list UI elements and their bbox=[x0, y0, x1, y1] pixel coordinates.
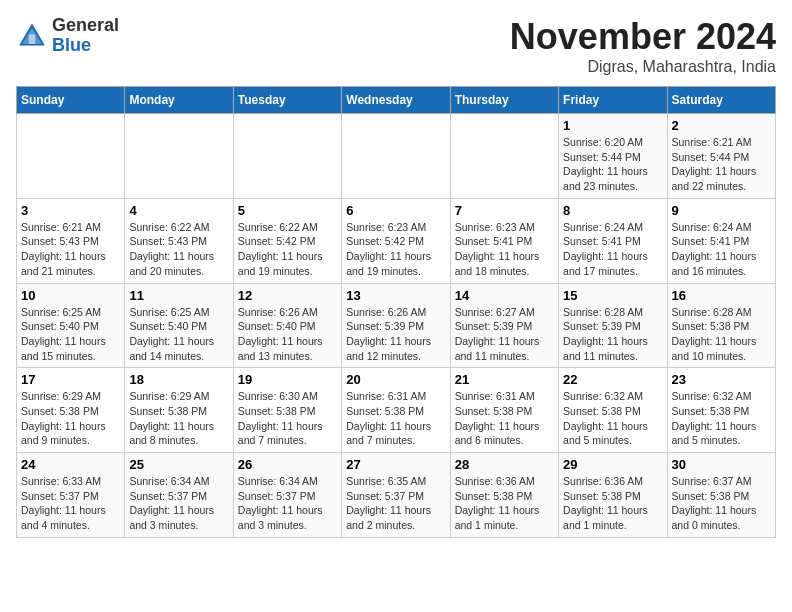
day-number: 15 bbox=[563, 288, 662, 303]
day-info: Sunrise: 6:34 AM Sunset: 5:37 PM Dayligh… bbox=[238, 474, 337, 533]
calendar-cell: 24Sunrise: 6:33 AM Sunset: 5:37 PM Dayli… bbox=[17, 453, 125, 538]
day-info: Sunrise: 6:23 AM Sunset: 5:42 PM Dayligh… bbox=[346, 220, 445, 279]
calendar-cell: 2Sunrise: 6:21 AM Sunset: 5:44 PM Daylig… bbox=[667, 114, 775, 199]
calendar-cell: 8Sunrise: 6:24 AM Sunset: 5:41 PM Daylig… bbox=[559, 198, 667, 283]
weekday-header: Thursday bbox=[450, 87, 558, 114]
day-number: 30 bbox=[672, 457, 771, 472]
day-info: Sunrise: 6:25 AM Sunset: 5:40 PM Dayligh… bbox=[21, 305, 120, 364]
weekday-header: Tuesday bbox=[233, 87, 341, 114]
calendar-cell: 28Sunrise: 6:36 AM Sunset: 5:38 PM Dayli… bbox=[450, 453, 558, 538]
day-number: 19 bbox=[238, 372, 337, 387]
day-number: 4 bbox=[129, 203, 228, 218]
calendar-cell: 6Sunrise: 6:23 AM Sunset: 5:42 PM Daylig… bbox=[342, 198, 450, 283]
day-number: 14 bbox=[455, 288, 554, 303]
calendar-cell: 18Sunrise: 6:29 AM Sunset: 5:38 PM Dayli… bbox=[125, 368, 233, 453]
day-number: 3 bbox=[21, 203, 120, 218]
svg-rect-2 bbox=[29, 34, 35, 44]
day-info: Sunrise: 6:20 AM Sunset: 5:44 PM Dayligh… bbox=[563, 135, 662, 194]
day-number: 23 bbox=[672, 372, 771, 387]
day-info: Sunrise: 6:29 AM Sunset: 5:38 PM Dayligh… bbox=[21, 389, 120, 448]
logo: General Blue bbox=[16, 16, 119, 56]
calendar-cell: 20Sunrise: 6:31 AM Sunset: 5:38 PM Dayli… bbox=[342, 368, 450, 453]
calendar-cell bbox=[450, 114, 558, 199]
day-info: Sunrise: 6:35 AM Sunset: 5:37 PM Dayligh… bbox=[346, 474, 445, 533]
day-info: Sunrise: 6:31 AM Sunset: 5:38 PM Dayligh… bbox=[346, 389, 445, 448]
title-block: November 2024 Digras, Maharashtra, India bbox=[510, 16, 776, 76]
day-info: Sunrise: 6:33 AM Sunset: 5:37 PM Dayligh… bbox=[21, 474, 120, 533]
calendar-cell: 22Sunrise: 6:32 AM Sunset: 5:38 PM Dayli… bbox=[559, 368, 667, 453]
day-number: 20 bbox=[346, 372, 445, 387]
calendar-cell: 7Sunrise: 6:23 AM Sunset: 5:41 PM Daylig… bbox=[450, 198, 558, 283]
logo-icon bbox=[16, 20, 48, 52]
calendar-cell: 17Sunrise: 6:29 AM Sunset: 5:38 PM Dayli… bbox=[17, 368, 125, 453]
day-number: 16 bbox=[672, 288, 771, 303]
day-info: Sunrise: 6:21 AM Sunset: 5:44 PM Dayligh… bbox=[672, 135, 771, 194]
day-number: 24 bbox=[21, 457, 120, 472]
day-number: 5 bbox=[238, 203, 337, 218]
day-info: Sunrise: 6:26 AM Sunset: 5:39 PM Dayligh… bbox=[346, 305, 445, 364]
logo-blue-text: Blue bbox=[52, 35, 91, 55]
day-number: 7 bbox=[455, 203, 554, 218]
weekday-header: Wednesday bbox=[342, 87, 450, 114]
day-info: Sunrise: 6:28 AM Sunset: 5:38 PM Dayligh… bbox=[672, 305, 771, 364]
day-info: Sunrise: 6:32 AM Sunset: 5:38 PM Dayligh… bbox=[672, 389, 771, 448]
calendar-cell: 21Sunrise: 6:31 AM Sunset: 5:38 PM Dayli… bbox=[450, 368, 558, 453]
calendar-cell: 27Sunrise: 6:35 AM Sunset: 5:37 PM Dayli… bbox=[342, 453, 450, 538]
page-header: General Blue November 2024 Digras, Mahar… bbox=[16, 16, 776, 76]
day-number: 1 bbox=[563, 118, 662, 133]
calendar-cell: 10Sunrise: 6:25 AM Sunset: 5:40 PM Dayli… bbox=[17, 283, 125, 368]
day-info: Sunrise: 6:24 AM Sunset: 5:41 PM Dayligh… bbox=[563, 220, 662, 279]
calendar-cell: 26Sunrise: 6:34 AM Sunset: 5:37 PM Dayli… bbox=[233, 453, 341, 538]
calendar-cell: 30Sunrise: 6:37 AM Sunset: 5:38 PM Dayli… bbox=[667, 453, 775, 538]
day-number: 17 bbox=[21, 372, 120, 387]
calendar-cell bbox=[125, 114, 233, 199]
day-info: Sunrise: 6:29 AM Sunset: 5:38 PM Dayligh… bbox=[129, 389, 228, 448]
day-info: Sunrise: 6:26 AM Sunset: 5:40 PM Dayligh… bbox=[238, 305, 337, 364]
calendar-cell: 16Sunrise: 6:28 AM Sunset: 5:38 PM Dayli… bbox=[667, 283, 775, 368]
day-number: 2 bbox=[672, 118, 771, 133]
month-title: November 2024 bbox=[510, 16, 776, 58]
day-number: 12 bbox=[238, 288, 337, 303]
day-info: Sunrise: 6:34 AM Sunset: 5:37 PM Dayligh… bbox=[129, 474, 228, 533]
calendar-cell bbox=[233, 114, 341, 199]
day-number: 25 bbox=[129, 457, 228, 472]
calendar-cell: 12Sunrise: 6:26 AM Sunset: 5:40 PM Dayli… bbox=[233, 283, 341, 368]
day-info: Sunrise: 6:23 AM Sunset: 5:41 PM Dayligh… bbox=[455, 220, 554, 279]
calendar-cell: 11Sunrise: 6:25 AM Sunset: 5:40 PM Dayli… bbox=[125, 283, 233, 368]
day-number: 21 bbox=[455, 372, 554, 387]
calendar-cell: 25Sunrise: 6:34 AM Sunset: 5:37 PM Dayli… bbox=[125, 453, 233, 538]
calendar-cell: 14Sunrise: 6:27 AM Sunset: 5:39 PM Dayli… bbox=[450, 283, 558, 368]
day-info: Sunrise: 6:36 AM Sunset: 5:38 PM Dayligh… bbox=[563, 474, 662, 533]
day-info: Sunrise: 6:32 AM Sunset: 5:38 PM Dayligh… bbox=[563, 389, 662, 448]
day-number: 13 bbox=[346, 288, 445, 303]
day-info: Sunrise: 6:24 AM Sunset: 5:41 PM Dayligh… bbox=[672, 220, 771, 279]
day-number: 22 bbox=[563, 372, 662, 387]
calendar-cell: 13Sunrise: 6:26 AM Sunset: 5:39 PM Dayli… bbox=[342, 283, 450, 368]
day-info: Sunrise: 6:30 AM Sunset: 5:38 PM Dayligh… bbox=[238, 389, 337, 448]
day-number: 26 bbox=[238, 457, 337, 472]
location-subtitle: Digras, Maharashtra, India bbox=[510, 58, 776, 76]
calendar-table: SundayMondayTuesdayWednesdayThursdayFrid… bbox=[16, 86, 776, 538]
day-number: 27 bbox=[346, 457, 445, 472]
day-info: Sunrise: 6:21 AM Sunset: 5:43 PM Dayligh… bbox=[21, 220, 120, 279]
day-info: Sunrise: 6:22 AM Sunset: 5:43 PM Dayligh… bbox=[129, 220, 228, 279]
day-number: 10 bbox=[21, 288, 120, 303]
calendar-cell: 5Sunrise: 6:22 AM Sunset: 5:42 PM Daylig… bbox=[233, 198, 341, 283]
day-number: 11 bbox=[129, 288, 228, 303]
day-info: Sunrise: 6:27 AM Sunset: 5:39 PM Dayligh… bbox=[455, 305, 554, 364]
weekday-header: Saturday bbox=[667, 87, 775, 114]
weekday-header: Sunday bbox=[17, 87, 125, 114]
day-number: 29 bbox=[563, 457, 662, 472]
weekday-header: Monday bbox=[125, 87, 233, 114]
calendar-cell bbox=[342, 114, 450, 199]
calendar-cell: 15Sunrise: 6:28 AM Sunset: 5:39 PM Dayli… bbox=[559, 283, 667, 368]
calendar-cell bbox=[17, 114, 125, 199]
day-number: 8 bbox=[563, 203, 662, 218]
day-info: Sunrise: 6:22 AM Sunset: 5:42 PM Dayligh… bbox=[238, 220, 337, 279]
day-info: Sunrise: 6:28 AM Sunset: 5:39 PM Dayligh… bbox=[563, 305, 662, 364]
day-number: 9 bbox=[672, 203, 771, 218]
calendar-cell: 29Sunrise: 6:36 AM Sunset: 5:38 PM Dayli… bbox=[559, 453, 667, 538]
calendar-cell: 9Sunrise: 6:24 AM Sunset: 5:41 PM Daylig… bbox=[667, 198, 775, 283]
day-number: 18 bbox=[129, 372, 228, 387]
calendar-cell: 23Sunrise: 6:32 AM Sunset: 5:38 PM Dayli… bbox=[667, 368, 775, 453]
